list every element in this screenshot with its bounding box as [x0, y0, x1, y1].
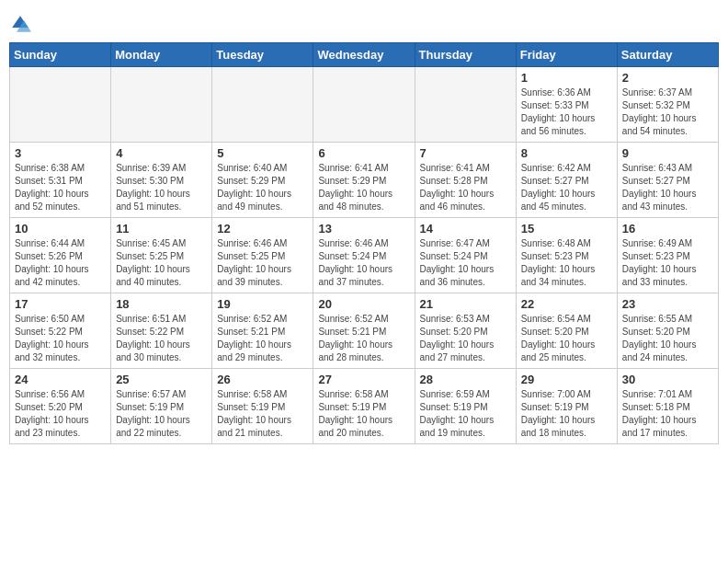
day-info: Sunrise: 6:41 AMSunset: 5:29 PMDaylight:…	[318, 162, 409, 213]
day-number: 17	[15, 297, 106, 311]
calendar-cell	[10, 67, 111, 143]
day-info: Sunrise: 6:44 AMSunset: 5:26 PMDaylight:…	[15, 237, 106, 289]
calendar-cell: 6Sunrise: 6:41 AMSunset: 5:29 PMDaylight…	[313, 143, 415, 218]
logo	[9, 13, 35, 35]
day-number: 30	[622, 373, 713, 386]
day-number: 10	[15, 222, 106, 236]
calendar-cell: 12Sunrise: 6:46 AMSunset: 5:25 PMDayligh…	[212, 218, 313, 293]
day-number: 15	[521, 222, 612, 236]
calendar-cell: 26Sunrise: 6:58 AMSunset: 5:19 PMDayligh…	[212, 369, 313, 444]
day-number: 16	[622, 222, 713, 236]
day-number: 20	[318, 297, 409, 311]
day-number: 22	[521, 297, 612, 311]
day-number: 12	[217, 222, 308, 236]
day-number: 4	[116, 146, 207, 160]
weekday-header-wednesday: Wednesday	[313, 43, 415, 67]
calendar-cell: 5Sunrise: 6:40 AMSunset: 5:29 PMDaylight…	[212, 143, 313, 218]
day-info: Sunrise: 6:42 AMSunset: 5:27 PMDaylight:…	[521, 162, 612, 213]
calendar-cell: 15Sunrise: 6:48 AMSunset: 5:23 PMDayligh…	[516, 218, 617, 293]
day-number: 18	[116, 297, 207, 311]
calendar-cell: 29Sunrise: 7:00 AMSunset: 5:19 PMDayligh…	[516, 369, 617, 444]
calendar-cell: 7Sunrise: 6:41 AMSunset: 5:28 PMDaylight…	[415, 143, 516, 218]
day-info: Sunrise: 6:58 AMSunset: 5:19 PMDaylight:…	[318, 388, 409, 440]
day-info: Sunrise: 6:56 AMSunset: 5:20 PMDaylight:…	[15, 388, 106, 440]
day-info: Sunrise: 6:49 AMSunset: 5:23 PMDaylight:…	[622, 237, 713, 289]
day-info: Sunrise: 7:01 AMSunset: 5:18 PMDaylight:…	[622, 388, 713, 440]
day-number: 21	[420, 297, 511, 311]
day-info: Sunrise: 6:48 AMSunset: 5:23 PMDaylight:…	[521, 237, 612, 289]
day-number: 24	[15, 373, 106, 386]
calendar-cell: 16Sunrise: 6:49 AMSunset: 5:23 PMDayligh…	[617, 218, 718, 293]
calendar-cell: 1Sunrise: 6:36 AMSunset: 5:33 PMDaylight…	[516, 67, 617, 143]
day-info: Sunrise: 6:51 AMSunset: 5:22 PMDaylight:…	[116, 313, 207, 364]
calendar-cell: 13Sunrise: 6:46 AMSunset: 5:24 PMDayligh…	[313, 218, 415, 293]
day-number: 13	[318, 222, 409, 236]
day-info: Sunrise: 6:52 AMSunset: 5:21 PMDaylight:…	[318, 313, 409, 364]
calendar-cell: 4Sunrise: 6:39 AMSunset: 5:30 PMDaylight…	[111, 143, 212, 218]
logo-icon	[9, 13, 31, 35]
calendar-cell	[111, 67, 212, 143]
calendar-week-1: 1Sunrise: 6:36 AMSunset: 5:33 PMDaylight…	[10, 67, 719, 143]
calendar-week-4: 17Sunrise: 6:50 AMSunset: 5:22 PMDayligh…	[10, 293, 719, 369]
day-number: 7	[420, 146, 511, 160]
day-number: 14	[420, 222, 511, 236]
weekday-header-row: SundayMondayTuesdayWednesdayThursdayFrid…	[10, 43, 719, 67]
calendar-week-5: 24Sunrise: 6:56 AMSunset: 5:20 PMDayligh…	[10, 369, 719, 444]
day-info: Sunrise: 6:54 AMSunset: 5:20 PMDaylight:…	[521, 313, 612, 364]
day-info: Sunrise: 6:53 AMSunset: 5:20 PMDaylight:…	[420, 313, 511, 364]
day-info: Sunrise: 6:39 AMSunset: 5:30 PMDaylight:…	[116, 162, 207, 213]
day-info: Sunrise: 6:55 AMSunset: 5:20 PMDaylight:…	[622, 313, 713, 364]
weekday-header-thursday: Thursday	[415, 43, 516, 67]
day-info: Sunrise: 6:50 AMSunset: 5:22 PMDaylight:…	[15, 313, 106, 364]
calendar-cell: 27Sunrise: 6:58 AMSunset: 5:19 PMDayligh…	[313, 369, 415, 444]
weekday-header-saturday: Saturday	[617, 43, 718, 67]
day-number: 25	[116, 373, 207, 386]
weekday-header-monday: Monday	[111, 43, 212, 67]
day-number: 11	[116, 222, 207, 236]
calendar-cell	[415, 67, 516, 143]
calendar-cell: 22Sunrise: 6:54 AMSunset: 5:20 PMDayligh…	[516, 293, 617, 369]
day-number: 5	[217, 146, 308, 160]
day-info: Sunrise: 6:37 AMSunset: 5:32 PMDaylight:…	[622, 86, 713, 138]
day-number: 23	[622, 297, 713, 311]
day-info: Sunrise: 6:58 AMSunset: 5:19 PMDaylight:…	[217, 388, 308, 440]
calendar-week-3: 10Sunrise: 6:44 AMSunset: 5:26 PMDayligh…	[10, 218, 719, 293]
day-number: 8	[521, 146, 612, 160]
day-number: 1	[521, 71, 612, 85]
day-info: Sunrise: 6:38 AMSunset: 5:31 PMDaylight:…	[15, 162, 106, 213]
calendar-cell: 18Sunrise: 6:51 AMSunset: 5:22 PMDayligh…	[111, 293, 212, 369]
day-number: 6	[318, 146, 409, 160]
day-info: Sunrise: 6:36 AMSunset: 5:33 PMDaylight:…	[521, 86, 612, 138]
calendar-cell: 11Sunrise: 6:45 AMSunset: 5:25 PMDayligh…	[111, 218, 212, 293]
day-info: Sunrise: 6:46 AMSunset: 5:25 PMDaylight:…	[217, 237, 308, 289]
calendar-cell: 28Sunrise: 6:59 AMSunset: 5:19 PMDayligh…	[415, 369, 516, 444]
calendar-cell: 14Sunrise: 6:47 AMSunset: 5:24 PMDayligh…	[415, 218, 516, 293]
day-number: 28	[420, 373, 511, 386]
day-info: Sunrise: 6:43 AMSunset: 5:27 PMDaylight:…	[622, 162, 713, 213]
calendar-cell: 8Sunrise: 6:42 AMSunset: 5:27 PMDaylight…	[516, 143, 617, 218]
calendar-cell: 20Sunrise: 6:52 AMSunset: 5:21 PMDayligh…	[313, 293, 415, 369]
weekday-header-friday: Friday	[516, 43, 617, 67]
day-number: 27	[318, 373, 409, 386]
calendar-table: SundayMondayTuesdayWednesdayThursdayFrid…	[9, 42, 719, 444]
day-number: 19	[217, 297, 308, 311]
day-info: Sunrise: 6:47 AMSunset: 5:24 PMDaylight:…	[420, 237, 511, 289]
calendar-cell: 3Sunrise: 6:38 AMSunset: 5:31 PMDaylight…	[10, 143, 111, 218]
weekday-header-tuesday: Tuesday	[212, 43, 313, 67]
day-info: Sunrise: 6:52 AMSunset: 5:21 PMDaylight:…	[217, 313, 308, 364]
calendar-week-2: 3Sunrise: 6:38 AMSunset: 5:31 PMDaylight…	[10, 143, 719, 218]
day-info: Sunrise: 6:57 AMSunset: 5:19 PMDaylight:…	[116, 388, 207, 440]
day-info: Sunrise: 6:41 AMSunset: 5:28 PMDaylight:…	[420, 162, 511, 213]
day-info: Sunrise: 6:46 AMSunset: 5:24 PMDaylight:…	[318, 237, 409, 289]
calendar-cell: 23Sunrise: 6:55 AMSunset: 5:20 PMDayligh…	[617, 293, 718, 369]
calendar-cell: 25Sunrise: 6:57 AMSunset: 5:19 PMDayligh…	[111, 369, 212, 444]
calendar-cell: 17Sunrise: 6:50 AMSunset: 5:22 PMDayligh…	[10, 293, 111, 369]
weekday-header-sunday: Sunday	[10, 43, 111, 67]
day-number: 29	[521, 373, 612, 386]
calendar-cell: 30Sunrise: 7:01 AMSunset: 5:18 PMDayligh…	[617, 369, 718, 444]
day-number: 3	[15, 146, 106, 160]
calendar-cell: 19Sunrise: 6:52 AMSunset: 5:21 PMDayligh…	[212, 293, 313, 369]
calendar-cell: 21Sunrise: 6:53 AMSunset: 5:20 PMDayligh…	[415, 293, 516, 369]
calendar-cell: 2Sunrise: 6:37 AMSunset: 5:32 PMDaylight…	[617, 67, 718, 143]
day-number: 26	[217, 373, 308, 386]
